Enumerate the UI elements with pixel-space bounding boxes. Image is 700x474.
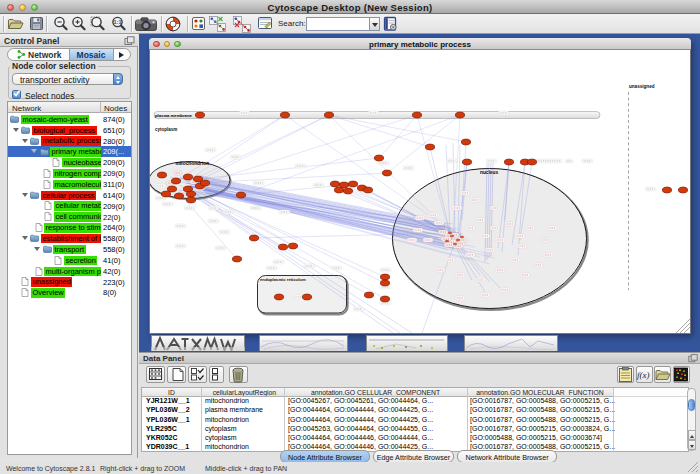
svg-text:mitochondrion: mitochondrion [176,161,210,166]
svg-text:unassigned: unassigned [629,84,655,89]
svg-text:nucleus: nucleus [480,170,498,175]
svg-text:1:1: 1:1 [114,19,122,25]
svg-text:plasma membrane: plasma membrane [155,113,192,118]
svg-text:endoplasmic reticulum: endoplasmic reticulum [260,277,306,282]
svg-text:f(x): f(x) [637,370,650,380]
svg-text:cytoplasm: cytoplasm [155,127,177,132]
